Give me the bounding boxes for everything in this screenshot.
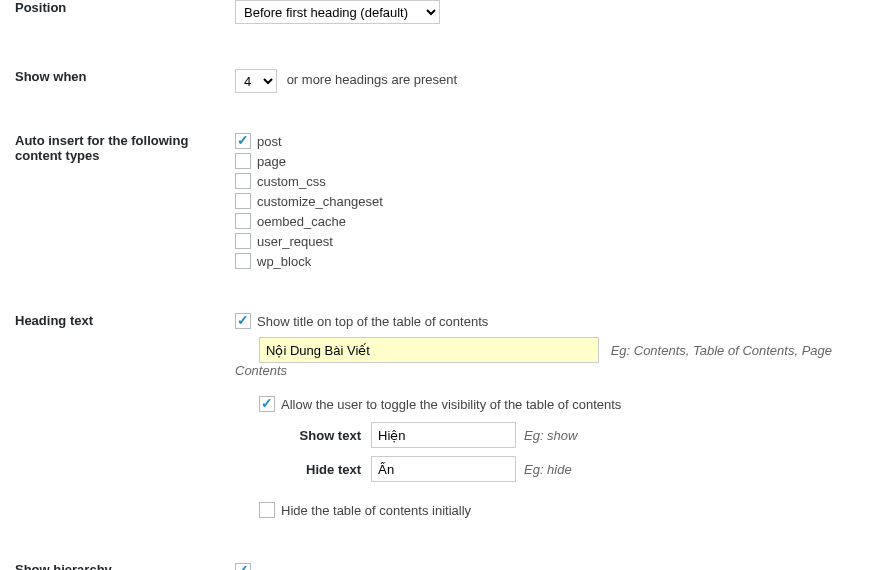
type-oembed-cache-label[interactable]: oembed_cache — [257, 214, 346, 229]
type-oembed-cache-checkbox[interactable] — [235, 213, 251, 229]
type-page-checkbox[interactable] — [235, 153, 251, 169]
type-page-label[interactable]: page — [257, 154, 286, 169]
type-wp-block-label[interactable]: wp_block — [257, 254, 311, 269]
show-when-select[interactable]: 4 — [235, 69, 277, 93]
show-hierarchy-checkbox[interactable] — [235, 563, 251, 570]
show-title-checkbox[interactable] — [235, 313, 251, 329]
hide-text-label: Hide text — [283, 462, 361, 477]
type-post-checkbox[interactable] — [235, 133, 251, 149]
type-custom-css-checkbox[interactable] — [235, 173, 251, 189]
type-customize-changeset-checkbox[interactable] — [235, 193, 251, 209]
type-user-request-checkbox[interactable] — [235, 233, 251, 249]
hide-initially-checkbox[interactable] — [259, 502, 275, 518]
heading-text-label: Heading text — [0, 303, 220, 338]
type-wp-block-checkbox[interactable] — [235, 253, 251, 269]
toggle-visibility-label[interactable]: Allow the user to toggle the visibility … — [281, 397, 621, 412]
position-select[interactable]: Before first heading (default) — [235, 0, 440, 24]
show-when-label: Show when — [0, 59, 220, 94]
type-post-label[interactable]: post — [257, 134, 282, 149]
title-input[interactable] — [259, 337, 599, 363]
hide-initially-label[interactable]: Hide the table of contents initially — [281, 503, 471, 518]
hide-text-hint: Eg: hide — [524, 462, 572, 477]
auto-insert-types: post page custom_css customize_changeset… — [220, 123, 893, 283]
auto-insert-label: Auto insert for the following content ty… — [0, 123, 220, 173]
show-title-label[interactable]: Show title on top of the table of conten… — [257, 314, 488, 329]
show-hierarchy-label: Show hierarchy — [0, 552, 220, 570]
show-when-suffix: or more headings are present — [287, 72, 458, 87]
hide-text-input[interactable] — [371, 456, 516, 482]
type-customize-changeset-label[interactable]: customize_changeset — [257, 194, 383, 209]
show-text-label: Show text — [283, 428, 361, 443]
type-user-request-label[interactable]: user_request — [257, 234, 333, 249]
show-text-input[interactable] — [371, 422, 516, 448]
show-text-hint: Eg: show — [524, 428, 577, 443]
type-custom-css-label[interactable]: custom_css — [257, 174, 326, 189]
position-label: Position — [0, 0, 220, 25]
toggle-visibility-checkbox[interactable] — [259, 396, 275, 412]
